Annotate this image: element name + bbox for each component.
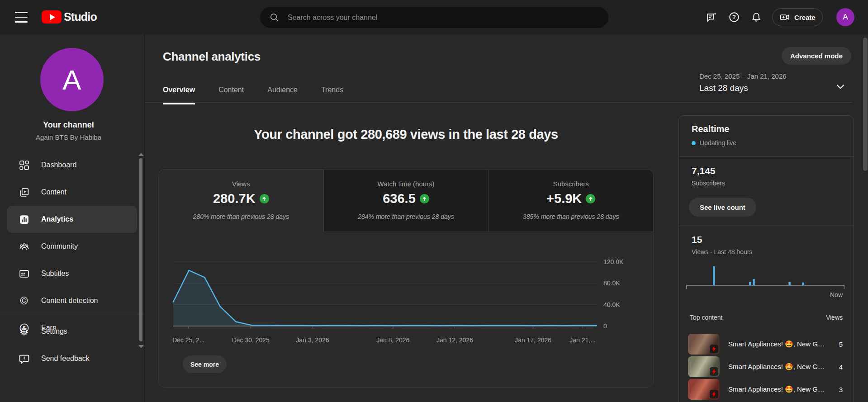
see-more-button[interactable]: See more: [183, 355, 227, 373]
hamburger-menu-icon[interactable]: [15, 12, 28, 23]
account-avatar[interactable]: A: [836, 8, 854, 26]
svg-text:80.0K: 80.0K: [603, 279, 620, 287]
realtime-status: Updating live: [692, 139, 736, 147]
page-scrollbar[interactable]: [863, 38, 868, 171]
video-views: 5: [839, 341, 843, 348]
video-title: Smart Appliances! 🤩, New G…: [728, 363, 830, 371]
trend-up-icon: [260, 194, 269, 203]
metric-label: Views: [159, 180, 323, 188]
metric-delta: 284% more than previous 28 days: [324, 213, 489, 220]
video-title: Smart Appliances! 🤩, New G…: [728, 340, 830, 348]
svg-text:120.0K: 120.0K: [603, 258, 624, 265]
realtime-views-label: Views · Last 48 hours: [692, 248, 752, 255]
sidebar-divider: [0, 314, 144, 314]
sidebar-item-settings[interactable]: ⚙ Settings: [7, 318, 137, 345]
svg-text:Dec 30, 2025: Dec 30, 2025: [232, 336, 270, 344]
svg-text:Jan 12, 2026: Jan 12, 2026: [436, 336, 473, 344]
realtime-title: Realtime: [692, 124, 729, 134]
sidebar-item-label: Content detection: [41, 297, 98, 305]
metric-delta: 280% more than previous 28 days: [159, 213, 323, 220]
metric-value: 636.5: [383, 191, 416, 206]
notifications-bell-icon[interactable]: [750, 11, 762, 23]
video-views: 4: [839, 363, 843, 371]
advanced-mode-button[interactable]: Advanced mode: [782, 47, 851, 65]
create-video-icon: [779, 12, 790, 23]
tab-trends[interactable]: Trends: [321, 86, 343, 104]
sidebar-footer: ⚙ Settings Send feedback: [0, 318, 144, 372]
panel-divider: [679, 156, 854, 157]
sidebar-item-content-detection[interactable]: © Content detection: [7, 287, 137, 314]
views-line-chart: 040.0K80.0K120.0KDec 25, 2...Dec 30, 202…: [163, 254, 652, 349]
metric-tab-watch-time[interactable]: Watch time (hours) 636.5 284% more than …: [323, 170, 489, 232]
top-content-row[interactable]: Smart Appliances! 🤩, New G… 5: [688, 334, 843, 355]
tab-audience[interactable]: Audience: [267, 86, 298, 104]
search-input[interactable]: [287, 13, 599, 22]
analytics-tabs: Overview Content Audience Trends: [163, 86, 343, 104]
realtime-subscribers-value: 7,145: [692, 166, 716, 176]
svg-text:Jan 8, 2026: Jan 8, 2026: [376, 336, 409, 344]
tab-overview[interactable]: Overview: [163, 86, 195, 104]
create-button[interactable]: Create: [772, 8, 823, 26]
gear-icon: ⚙: [18, 326, 30, 337]
search-bar[interactable]: [260, 7, 608, 28]
metric-label: Subscribers: [489, 180, 653, 188]
sidebar-item-content[interactable]: Content: [7, 179, 137, 206]
top-content-row[interactable]: Smart Appliances! 🤩, New G… 4: [688, 356, 843, 377]
sidebar-item-subtitles[interactable]: Subtitles: [7, 260, 137, 287]
shorts-badge-icon: [710, 345, 718, 353]
date-range-selector[interactable]: Dec 25, 2025 – Jan 21, 2026 Last 28 days: [699, 72, 787, 93]
studio-logo[interactable]: Studio: [42, 10, 97, 24]
video-views: 3: [839, 386, 843, 393]
dashboard-icon: [18, 159, 30, 171]
metric-tabs: Views 280.7K 280% more than previous 28 …: [159, 170, 653, 232]
sidebar-scroll-down-arrow[interactable]: [138, 345, 144, 348]
svg-text:Dec 25, 2...: Dec 25, 2...: [172, 336, 205, 344]
sidebar-item-label: Settings: [41, 327, 67, 336]
sidebar-scroll-up-arrow[interactable]: [138, 153, 144, 156]
sidebar-nav: Dashboard Content Analytics Community: [0, 151, 144, 341]
feedback-sparkle-icon[interactable]: [706, 11, 717, 23]
key-metrics-card: Views 280.7K 280% more than previous 28 …: [158, 169, 654, 388]
metric-tab-views[interactable]: Views 280.7K 280% more than previous 28 …: [159, 170, 323, 232]
tabs-bottom-border: [145, 102, 853, 103]
date-preset-text: Last 28 days: [699, 83, 787, 93]
svg-text:40.0K: 40.0K: [603, 301, 620, 308]
video-thumbnail: [688, 334, 720, 355]
see-live-count-button[interactable]: See live count: [689, 198, 756, 217]
help-icon[interactable]: ?: [728, 11, 740, 23]
metric-value: 280.7K: [213, 191, 256, 206]
channel-avatar[interactable]: A: [40, 48, 104, 111]
sidebar-item-label: Send feedback: [41, 355, 90, 363]
logo-text: Studio: [64, 10, 97, 24]
sidebar-item-label: Content: [41, 188, 66, 196]
shorts-badge-icon: [710, 367, 718, 376]
search-icon: [269, 12, 280, 23]
sidebar-item-label: Community: [41, 242, 78, 251]
tab-content[interactable]: Content: [218, 86, 244, 104]
svg-text:Jan 21,...: Jan 21,...: [569, 336, 596, 344]
date-range-text: Dec 25, 2025 – Jan 21, 2026: [699, 72, 787, 80]
trend-up-icon: [420, 194, 429, 203]
page-title: Channel analytics: [163, 50, 261, 64]
sidebar-scrollbar[interactable]: [139, 158, 142, 341]
sidebar-item-community[interactable]: Community: [7, 233, 137, 260]
sidebar-item-label: Subtitles: [41, 270, 69, 278]
realtime-views-value: 15: [692, 234, 702, 245]
create-label: Create: [794, 14, 816, 21]
realtime-subscribers-label: Subscribers: [692, 180, 725, 187]
metric-value: +5.9K: [546, 191, 582, 206]
live-dot-icon: [692, 141, 696, 145]
content-icon: [18, 186, 30, 198]
sidebar-item-send-feedback[interactable]: Send feedback: [7, 345, 137, 372]
trend-up-icon: [586, 194, 595, 203]
realtime-panel: Realtime Updating live 7,145 Subscribers…: [678, 115, 854, 402]
metric-tab-subscribers[interactable]: Subscribers +5.9K 385% more than previou…: [488, 170, 653, 232]
sidebar-item-analytics[interactable]: Analytics: [7, 206, 137, 233]
topbar: Studio ? Create A: [0, 0, 868, 34]
now-label: Now: [830, 291, 843, 298]
community-icon: [18, 241, 30, 252]
svg-text:0: 0: [603, 322, 607, 330]
top-content-row[interactable]: Smart Appliances! 🤩, New G… 3: [688, 379, 843, 400]
chevron-down-icon[interactable]: [835, 80, 846, 92]
sidebar-item-dashboard[interactable]: Dashboard: [7, 151, 137, 179]
